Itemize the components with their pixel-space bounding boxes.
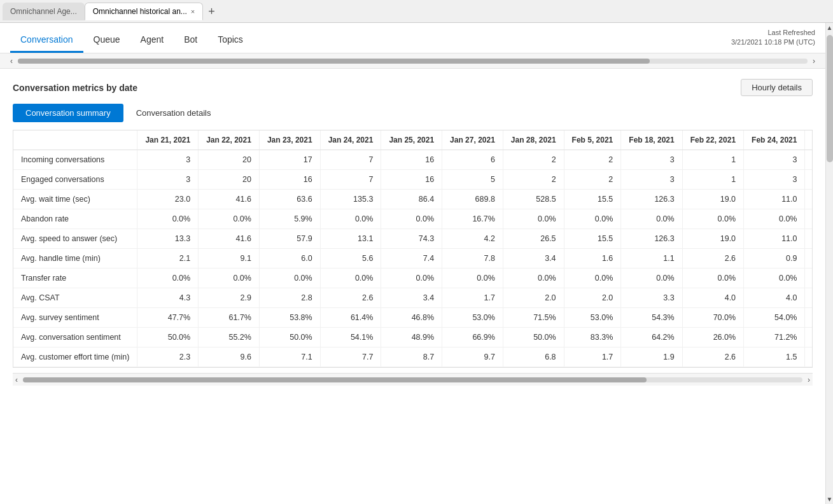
cell-10-11: 6.3 <box>805 347 813 367</box>
scroll-left-arrow[interactable]: ‹ <box>10 57 13 66</box>
row-label-9: Avg. conversation sentiment <box>13 328 137 347</box>
table-row: Avg. survey sentiment47.7%61.7%53.8%61.4… <box>13 308 813 328</box>
scroll-right-arrow[interactable]: › <box>813 57 815 66</box>
scroll-top-bar: ‹ › <box>0 53 825 69</box>
right-scroll-thumb[interactable] <box>827 35 833 162</box>
cell-7-8: 3.3 <box>621 288 682 308</box>
scroll-left-arrow-bottom[interactable]: ‹ <box>15 375 18 384</box>
section-title: Conversation metrics by date <box>13 83 137 93</box>
cell-5-11: 6.3 <box>805 249 813 269</box>
cell-0-0: 3 <box>137 150 199 170</box>
right-scrollbar[interactable]: ▲ ▼ <box>825 23 833 504</box>
cell-2-11: 10.8 <box>805 190 813 209</box>
cell-5-0: 2.1 <box>137 249 199 269</box>
cell-0-8: 3 <box>621 150 682 170</box>
cell-8-9: 70.0% <box>682 308 743 328</box>
cell-5-3: 5.6 <box>320 249 381 269</box>
cell-6-1: 0.0% <box>199 269 260 288</box>
cell-2-8: 126.3 <box>621 190 682 209</box>
cell-5-4: 7.4 <box>381 249 442 269</box>
scroll-right-arrow-bottom[interactable]: › <box>808 375 810 384</box>
cell-2-5: 689.8 <box>442 190 503 209</box>
cell-8-0: 47.7% <box>137 308 199 328</box>
cell-6-0: 0.0% <box>137 269 199 288</box>
cell-7-0: 4.3 <box>137 288 199 308</box>
row-label-3: Abandon rate <box>13 209 137 229</box>
sub-tab-conversation-summary[interactable]: Conversation summary <box>13 104 123 122</box>
cell-5-2: 6.0 <box>259 249 320 269</box>
row-label-6: Transfer rate <box>13 269 137 288</box>
cell-10-2: 7.1 <box>259 347 320 367</box>
cell-4-5: 4.2 <box>442 229 503 249</box>
cell-6-10: 0.0% <box>744 269 805 288</box>
cell-7-9: 4.0 <box>682 288 743 308</box>
row-label-7: Avg. CSAT <box>13 288 137 308</box>
cell-10-3: 7.7 <box>320 347 381 367</box>
row-label-2: Avg. wait time (sec) <box>13 190 137 209</box>
cell-9-1: 55.2% <box>199 328 260 347</box>
tab-close-icon[interactable]: × <box>191 8 195 15</box>
cell-3-3: 0.0% <box>320 209 381 229</box>
nav-tab-conversation[interactable]: Conversation <box>10 27 83 53</box>
cell-10-10: 1.5 <box>744 347 805 367</box>
sub-tab-conversation-details[interactable]: Conversation details <box>123 104 224 122</box>
cell-7-4: 3.4 <box>381 288 442 308</box>
table-row: Avg. wait time (sec)23.041.663.6135.386.… <box>13 190 813 209</box>
cell-7-2: 2.8 <box>259 288 320 308</box>
row-label-8: Avg. survey sentiment <box>13 308 137 328</box>
cell-9-2: 50.0% <box>259 328 320 347</box>
cell-3-6: 0.0% <box>503 209 564 229</box>
cell-6-11: 0.0% <box>805 269 813 288</box>
table-col-label <box>13 130 137 150</box>
scroll-track-bottom[interactable] <box>23 377 802 382</box>
scroll-down-arrow[interactable]: ▼ <box>827 494 833 504</box>
cell-1-9: 1 <box>682 170 743 190</box>
cell-1-10: 3 <box>744 170 805 190</box>
nav-tab-bot[interactable]: Bot <box>174 27 207 53</box>
tab-active[interactable]: Omnichannel historical an... × <box>85 3 204 20</box>
cell-3-11: 0.0% <box>805 209 813 229</box>
cell-6-5: 0.0% <box>442 269 503 288</box>
tab-inactive[interactable]: Omnichannel Age... <box>3 3 85 20</box>
table-row: Avg. handle time (min)2.19.16.05.67.47.8… <box>13 249 813 269</box>
cell-10-6: 6.8 <box>503 347 564 367</box>
row-label-4: Avg. speed to answer (sec) <box>13 229 137 249</box>
cell-9-3: 54.1% <box>320 328 381 347</box>
cell-4-1: 41.6 <box>199 229 260 249</box>
cell-0-11: 5 <box>805 150 813 170</box>
table-head: Jan 21, 2021Jan 22, 2021Jan 23, 2021Jan … <box>13 130 813 150</box>
table-header-row: Jan 21, 2021Jan 22, 2021Jan 23, 2021Jan … <box>13 130 813 150</box>
scroll-track-top[interactable] <box>18 59 808 64</box>
cell-8-3: 61.4% <box>320 308 381 328</box>
cell-0-2: 17 <box>259 150 320 170</box>
scroll-up-arrow[interactable]: ▲ <box>827 23 833 32</box>
table-body: Incoming conversations320177166223135Eng… <box>13 150 813 367</box>
tab-add-button[interactable]: + <box>203 3 220 20</box>
cell-7-3: 2.6 <box>320 288 381 308</box>
cell-3-4: 0.0% <box>381 209 442 229</box>
cell-8-8: 54.3% <box>621 308 682 328</box>
cell-1-5: 5 <box>442 170 503 190</box>
cell-10-7: 1.7 <box>564 347 621 367</box>
cell-9-9: 26.0% <box>682 328 743 347</box>
cell-2-2: 63.6 <box>259 190 320 209</box>
scroll-bottom-bar: ‹ › <box>13 373 813 386</box>
cell-4-2: 57.9 <box>259 229 320 249</box>
nav-tab-topics[interactable]: Topics <box>207 27 253 53</box>
cell-10-9: 2.6 <box>682 347 743 367</box>
nav-tab-agent[interactable]: Agent <box>130 27 174 53</box>
cell-2-10: 11.0 <box>744 190 805 209</box>
cell-4-3: 13.1 <box>320 229 381 249</box>
cell-5-7: 1.6 <box>564 249 621 269</box>
cell-5-10: 0.9 <box>744 249 805 269</box>
cell-8-10: 54.0% <box>744 308 805 328</box>
table-col-date-2: Jan 22, 2021 <box>199 130 260 150</box>
nav-tab-queue[interactable]: Queue <box>83 27 130 53</box>
cell-3-0: 0.0% <box>137 209 199 229</box>
cell-7-11: 3.6 <box>805 288 813 308</box>
cell-10-5: 9.7 <box>442 347 503 367</box>
hourly-details-button[interactable]: Hourly details <box>741 79 813 96</box>
main-content: Conversation metrics by date Hourly deta… <box>0 69 825 396</box>
cell-9-0: 50.0% <box>137 328 199 347</box>
cell-6-7: 0.0% <box>564 269 621 288</box>
